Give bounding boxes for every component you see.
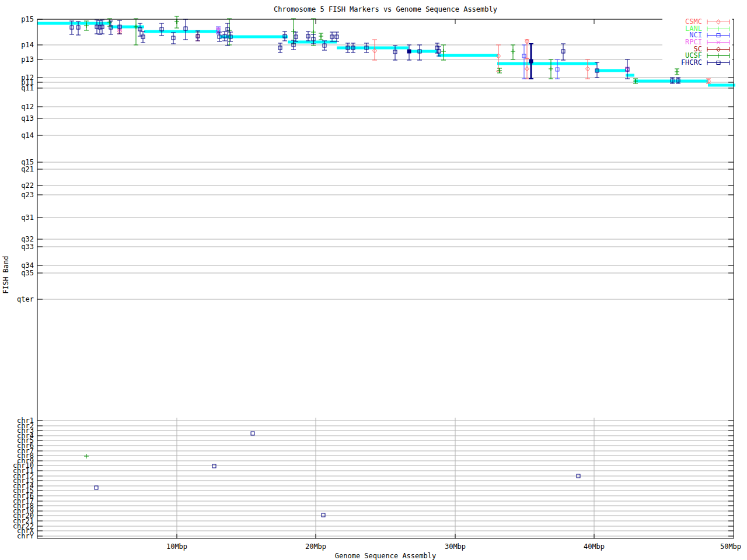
y-tick-label-q21: q21 bbox=[0, 166, 34, 173]
y-tick-label-q32: q32 bbox=[0, 236, 34, 243]
legend-sample-CSMC-icon bbox=[706, 19, 731, 25]
y-tick-label-qter: qter bbox=[0, 296, 34, 303]
fish-marker-chart: Chromosome 5 FISH Markers vs Genome Sequ… bbox=[0, 0, 747, 560]
legend: CSMCLANLNCIRPCISCUCSFFHCRC bbox=[662, 19, 732, 67]
plot-svg bbox=[0, 0, 747, 560]
x-tick-label-50Mbp: 50Mbp bbox=[707, 542, 747, 551]
y-tick-label-q22: q22 bbox=[0, 183, 34, 189]
y-tick-label-p15: p15 bbox=[0, 16, 34, 23]
x-tick-label-20Mbp: 20Mbp bbox=[292, 542, 339, 551]
y-tick-label-q12: q12 bbox=[0, 104, 34, 110]
x-axis-title: Genome Sequence Assembly bbox=[37, 552, 734, 560]
y-tick-label-q33: q33 bbox=[0, 244, 34, 250]
legend-row-FHCRC: FHCRC bbox=[666, 60, 731, 66]
y-tick-label-q13: q13 bbox=[0, 116, 34, 122]
legend-sample-RPCI-icon bbox=[706, 39, 731, 46]
chart-title: Chromosome 5 FISH Markers vs Genome Sequ… bbox=[37, 5, 734, 13]
legend-sample-NCI-icon bbox=[706, 32, 731, 38]
y-tick-label-q35: q35 bbox=[0, 270, 34, 276]
legend-sample-FHCRC-icon bbox=[706, 60, 731, 66]
y-tick-label-p14: p14 bbox=[0, 42, 34, 48]
y-tick-label-q23: q23 bbox=[0, 192, 34, 198]
legend-sample-LANL-icon bbox=[706, 26, 731, 32]
y-tick-label-chrY: chrY bbox=[0, 533, 34, 540]
y-tick-label-q34: q34 bbox=[0, 262, 34, 269]
legend-label-FHCRC: FHCRC bbox=[666, 60, 702, 66]
x-tick-label-30Mbp: 30Mbp bbox=[432, 542, 479, 551]
y-tick-label-q31: q31 bbox=[0, 215, 34, 221]
x-tick-label-40Mbp: 40Mbp bbox=[571, 542, 617, 551]
x-tick-label-10Mbp: 10Mbp bbox=[153, 542, 200, 551]
legend-sample-SC-icon bbox=[706, 46, 731, 52]
legend-sample-UCSF-icon bbox=[706, 52, 731, 59]
y-tick-label-q11: q11 bbox=[0, 85, 34, 92]
y-tick-label-q15: q15 bbox=[0, 159, 34, 166]
y-tick-label-q14: q14 bbox=[0, 132, 34, 139]
y-tick-label-p13: p13 bbox=[0, 57, 34, 63]
